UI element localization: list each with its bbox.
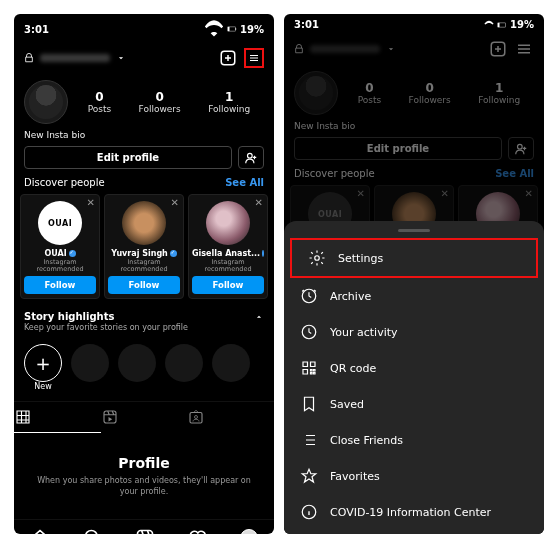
menu-activity[interactable]: Your activity: [284, 314, 544, 350]
discover-carousel[interactable]: ✕ OUAI OUAI Instagram recommended Follow…: [14, 194, 274, 299]
svg-rect-2: [235, 28, 236, 30]
tagged-tab[interactable]: [187, 402, 274, 433]
edit-profile-button[interactable]: Edit profile: [24, 146, 232, 169]
profile-avatar[interactable]: [294, 71, 338, 115]
lock-icon: [294, 44, 304, 54]
menu-saved[interactable]: Saved: [284, 386, 544, 422]
follow-button[interactable]: Follow: [24, 276, 96, 294]
menu-close-friends[interactable]: Close Friends: [284, 422, 544, 458]
story-placeholder: [212, 344, 250, 382]
screenshot-right: 3:01 19% 0Posts 0Followers 1Following Ne…: [284, 14, 544, 534]
story-placeholder: [165, 344, 203, 382]
star-icon: [300, 467, 318, 485]
lock-icon: [24, 53, 34, 63]
follow-button[interactable]: Follow: [192, 276, 264, 294]
story-placeholder: [118, 344, 156, 382]
svg-point-7: [195, 416, 198, 419]
qr-icon: [300, 359, 318, 377]
svg-point-8: [85, 531, 97, 534]
activity-icon: [300, 323, 318, 341]
plus-square-icon: [219, 49, 237, 67]
reels-icon: [101, 408, 119, 426]
verified-icon: [69, 250, 76, 257]
following-stat[interactable]: 1Following: [208, 90, 250, 114]
bio-text: New Insta bio: [14, 128, 274, 146]
verified-icon: [262, 250, 264, 257]
bookmark-icon: [300, 395, 318, 413]
svg-point-13: [518, 144, 523, 149]
suggestion-card[interactable]: ✕ Gisella Anast... Instagram recommended…: [188, 194, 268, 299]
screenshot-left: 3:01 19% 0Posts 0Followers 1Following Ne…: [14, 14, 274, 534]
status-battery: 19%: [240, 24, 264, 35]
add-person-icon: [244, 151, 258, 165]
edit-profile-button[interactable]: Edit profile: [294, 137, 502, 160]
heart-icon[interactable]: [187, 528, 207, 534]
story-highlights-header[interactable]: Story highlights: [24, 311, 264, 322]
profile-avatar[interactable]: [24, 80, 68, 124]
tagged-icon: [187, 408, 205, 426]
profile-stats-row: 0Posts 0Followers 1Following: [14, 76, 274, 128]
new-post-button[interactable]: [488, 39, 508, 59]
follow-button[interactable]: Follow: [108, 276, 180, 294]
menu-favorites[interactable]: Favorites: [284, 458, 544, 494]
followers-stat[interactable]: 0Followers: [139, 90, 181, 114]
svg-point-4: [248, 153, 253, 158]
svg-rect-11: [498, 22, 500, 26]
menu-covid[interactable]: COVID-19 Information Center: [284, 494, 544, 530]
chevron-down-icon[interactable]: [386, 44, 396, 54]
chevron-down-icon[interactable]: [116, 53, 126, 63]
sheet-handle[interactable]: [398, 229, 430, 232]
svg-rect-5: [104, 411, 116, 423]
close-icon[interactable]: ✕: [87, 197, 95, 208]
list-icon: [300, 431, 318, 449]
discover-people-button[interactable]: [238, 146, 264, 169]
discover-title: Discover people: [24, 177, 105, 188]
info-icon: [300, 503, 318, 521]
status-bar: 3:01 19%: [14, 14, 274, 44]
wifi-icon: [204, 19, 224, 39]
close-icon[interactable]: ✕: [171, 197, 179, 208]
close-icon[interactable]: ✕: [255, 197, 263, 208]
add-story-highlight[interactable]: +: [24, 344, 62, 382]
hamburger-icon: [248, 49, 260, 67]
menu-archive[interactable]: Archive: [284, 278, 544, 314]
profile-nav-avatar[interactable]: [240, 529, 258, 534]
menu-qr[interactable]: QR code: [284, 350, 544, 386]
status-time: 3:01: [24, 24, 49, 35]
see-all-link[interactable]: See All: [225, 177, 264, 188]
reels-tab[interactable]: [101, 402, 188, 433]
menu-settings-highlighted[interactable]: Settings: [292, 240, 536, 276]
username-blurred[interactable]: [310, 45, 380, 53]
wifi-icon: [484, 20, 494, 30]
svg-rect-6: [190, 413, 202, 424]
suggestion-card[interactable]: ✕ Yuvraj Singh Instagram recommended Fol…: [104, 194, 184, 299]
svg-point-14: [315, 256, 320, 261]
status-bar: 3:01 19%: [284, 14, 544, 35]
svg-rect-9: [137, 531, 152, 534]
see-all-link[interactable]: See All: [495, 168, 534, 179]
grid-tab[interactable]: [14, 402, 101, 433]
menu-button-highlighted[interactable]: [244, 48, 264, 68]
chevron-up-icon: [254, 312, 264, 322]
suggestion-card[interactable]: ✕ OUAI OUAI Instagram recommended Follow: [20, 194, 100, 299]
menu-sheet: Settings Archive Your activity QR code S…: [284, 221, 544, 534]
username-blurred[interactable]: [40, 54, 110, 62]
story-subtitle: Keep your favorite stories on your profi…: [24, 323, 264, 332]
card-avatar: OUAI: [38, 201, 82, 245]
story-placeholder: [71, 344, 109, 382]
search-icon[interactable]: [83, 528, 103, 534]
grid-icon: [14, 408, 32, 426]
profile-header: [14, 44, 274, 76]
discover-people-button[interactable]: [508, 137, 534, 160]
new-post-button[interactable]: [218, 48, 238, 68]
home-icon[interactable]: [30, 528, 50, 534]
gear-icon: [308, 249, 326, 267]
svg-rect-1: [228, 27, 230, 31]
battery-icon: [227, 24, 237, 34]
profile-tabs: [14, 401, 274, 433]
menu-button[interactable]: [514, 39, 534, 59]
posts-stat[interactable]: 0Posts: [88, 90, 112, 114]
empty-profile: Profile When you share photos and videos…: [14, 433, 274, 519]
reels-nav-icon[interactable]: [135, 528, 155, 534]
verified-icon: [170, 250, 177, 257]
